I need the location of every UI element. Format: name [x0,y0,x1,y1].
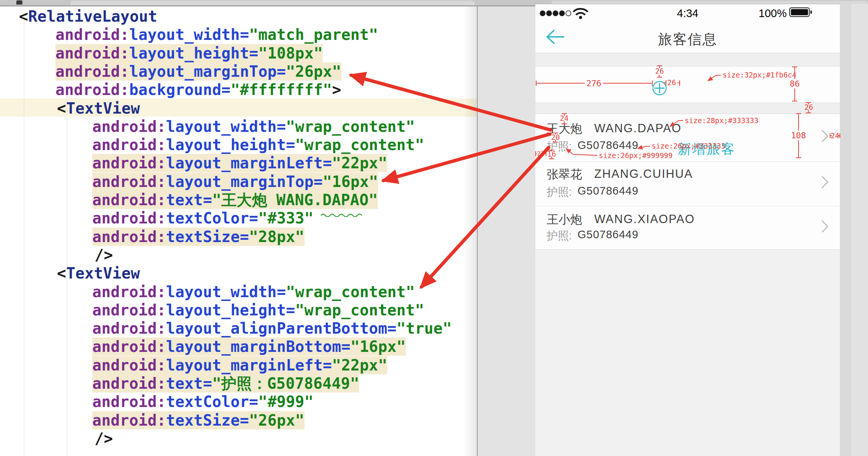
passport-label: 护照: [547,185,572,200]
code-line: android:layout_height="108px" [55,44,323,62]
dim-label-276: 276 [585,79,603,88]
dim-label-26-band: 26 [805,103,813,111]
dim-label-26-gap: 26 [668,78,676,87]
size-label-26px-dark: size:26px;#333333 [652,142,725,150]
nav-bar: 旅客信息 [535,22,840,53]
dim-label-108: 108 [789,131,808,140]
passenger-row[interactable]: 王小炮 WANG.XIAOPAO 护照: G50786449 [535,206,840,249]
code-line: android:layout_height="wrap_content" [92,301,424,319]
plus-circle-icon[interactable] [651,80,668,97]
code-line: android:layout_marginTop="26px" [55,62,341,81]
section-gap-band [535,103,840,114]
spellcheck-squiggle [320,213,369,217]
code-line: android:layout_marginLeft="22px" [92,154,387,172]
code-line: android:layout_width="wrap_content" [92,283,415,301]
battery-percent: 100% [759,7,787,20]
passenger-latin: WANG.DAPAO [594,122,682,135]
passport-label: 护照: [547,228,572,244]
code-line: android:layout_marginBottom="16px" [92,337,406,356]
passenger-row[interactable]: 张翠花 ZHANG.CUIHUA 护照: G50786449 [535,162,840,206]
code-line: android:text="护照：G50786449" [92,374,359,393]
dim-label-24: 24 [560,114,569,122]
code-line: android:textColor="#999" [92,393,314,411]
code-line: android:layout_marginLeft="22px" [92,356,387,374]
passport-number: G50786449 [578,185,639,197]
dim-label-86: 86 [788,79,802,89]
chevron-right-icon [821,130,829,142]
right-edge-strip [840,4,868,456]
editor-right-border [477,6,478,456]
phone-empty-area [535,249,840,456]
passport-number: G50786449 [578,228,639,241]
passenger-latin: WANG.XIAOPAO [594,212,695,226]
dim-label-16: 16 [548,150,556,158]
chrome-tab-left[interactable] [71,1,475,5]
indent-guide [24,14,24,456]
dim-label-24-chevron: 24 [831,131,840,140]
code-line: /> [95,246,113,264]
dim-label-20: 20 [551,133,560,141]
passport-number: G50786449 [578,139,639,152]
code-line: android:text="王大炮 WANG.DAPAO" [92,191,378,209]
status-bar: 4:34 100% [535,4,840,22]
code-line: <RelativeLayout [19,7,157,25]
code-line: /> [95,429,113,448]
code-line: android:layout_width="wrap_content" [92,117,415,136]
dim-label-22: 22 [537,150,544,157]
code-line: android:textColor="#333" [92,209,314,227]
code-line: android:layout_alignParentBottom="true" [92,319,452,337]
passenger-name: 王小炮 [547,212,582,228]
code-line: android:layout_marginTop="16px" [92,173,378,191]
page-title: 旅客信息 [535,30,840,49]
battery-icon [789,7,813,19]
code-line: android:textSize="28px" [92,228,305,246]
size-label-26px-grey: size:26px;#999999 [599,151,672,160]
size-label-32px: size:32px;#1fb6c4 [723,71,796,79]
editor-edge-shadow [464,6,478,456]
code-line: <TextView [57,264,140,282]
section-gap-band [535,53,840,67]
code-line: android:textSize="26px" [92,411,305,429]
chevron-right-icon [821,220,829,233]
size-label-28px: size:28px;#333333 [685,116,758,125]
window-gap [478,6,535,456]
code-editor[interactable]: <RelativeLayoutandroid:layout_width="mat… [0,6,478,456]
chrome-tab-icon [16,0,22,5]
screenshot-root: { "editor": { "lines": [ {"x":50, "hl":f… [0,0,868,456]
code-line: android:background="#ffffffff"> [55,81,341,99]
dim-label-26-top: 26 [655,67,664,75]
passenger-latin: ZHANG.CUIHUA [594,167,693,181]
chevron-right-icon [821,176,829,188]
passenger-name: 张翠花 [547,166,582,182]
code-line: <TextView [57,99,140,117]
code-line: android:layout_width="match_parent" [55,25,378,44]
code-line: android:layout_height="wrap_content" [92,136,424,154]
